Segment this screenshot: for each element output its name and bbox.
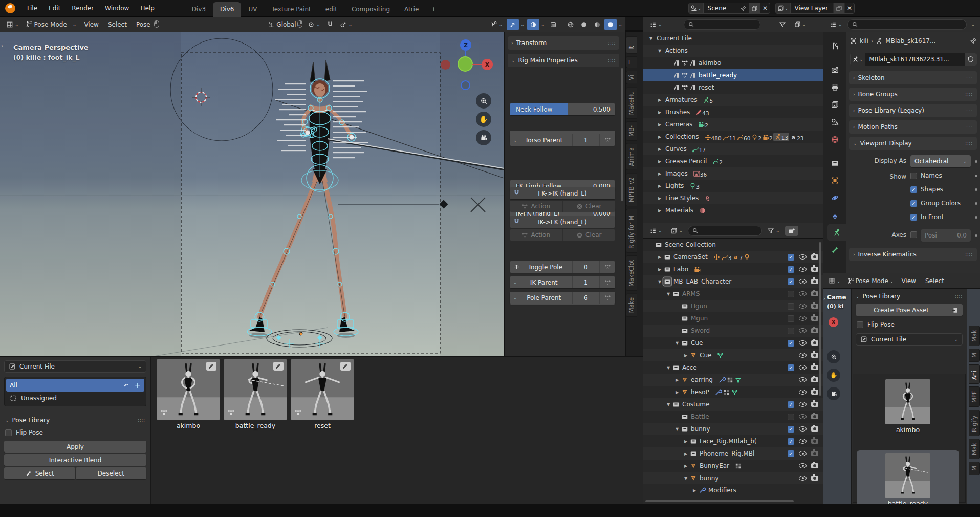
new-collection-button[interactable] — [785, 226, 798, 236]
pose-vp-camera-button[interactable] — [827, 387, 840, 400]
eye-icon[interactable] — [799, 476, 807, 481]
create-pose-asset-button[interactable]: Create Pose Asset — [856, 304, 947, 316]
dropdown-main[interactable]: Toggle Pole — [510, 261, 573, 273]
overlays-toggle[interactable] — [527, 19, 539, 30]
pose-flip-checkbox-row[interactable]: ✓Flip Pose — [852, 318, 967, 331]
disclosure-open-icon[interactable]: ▼ — [682, 476, 689, 481]
disclosure-closed-icon[interactable]: ▶ — [656, 98, 663, 102]
new-view-layer-button[interactable] — [833, 3, 844, 13]
workspace-tab-div6[interactable]: Div6 — [213, 2, 241, 17]
checkbox-unchecked[interactable]: ✓ — [788, 328, 794, 334]
sidebar-tab-mpfb-v2[interactable]: MPFB v2 — [626, 173, 637, 206]
disclosure-open-icon[interactable]: ▼ — [665, 365, 672, 370]
edit-pose-badge[interactable] — [273, 362, 284, 371]
pose-vp-region-arrow[interactable]: › — [823, 296, 825, 301]
pose-library-header[interactable]: ⌄Pose Library:::: — [852, 289, 967, 302]
outliner-row-curves[interactable]: ▶Curves17 — [643, 143, 823, 155]
region-toggle-arrow[interactable]: › — [1, 42, 3, 49]
sidebar-tab-rigify-for-m[interactable]: Rigify for M — [626, 209, 637, 253]
pin-icon[interactable] — [740, 5, 749, 12]
properties-tab-object-data[interactable] — [827, 224, 846, 241]
outliner-row-bunny[interactable]: ▼bunny — [643, 472, 823, 484]
interactive-blend-button[interactable]: Interactive Blend — [4, 454, 146, 466]
outliner-row-labo[interactable]: ▶Labo✓ — [643, 263, 823, 275]
asset-tile-battle_ready[interactable]: battle_ready — [224, 359, 287, 429]
outliner-scene-search[interactable] — [688, 226, 762, 236]
outliner-row-modifiers[interactable]: ▶Modifiers — [643, 484, 823, 497]
eye-icon[interactable] — [799, 291, 807, 296]
outliner-row-materials[interactable]: ▶Materials — [643, 204, 823, 217]
rig-dropdown-12[interactable]: ⌄Pole Parent6 — [510, 292, 615, 304]
camera-toggle-icon[interactable] — [811, 254, 818, 260]
outliner-row-grease-pencil[interactable]: ▶Grease Pencil2 — [643, 155, 823, 167]
rig-dropdown-11[interactable]: ⌄IK Parent1 — [510, 276, 615, 288]
dropdown-value[interactable]: 6 — [573, 292, 600, 304]
outliner-row-hesop[interactable]: ▶hesoP — [643, 386, 823, 398]
rig-dropdown-10[interactable]: Toggle Pole0 — [510, 261, 615, 273]
viewport-menu-view[interactable]: View — [79, 19, 103, 30]
gizmo-x-axis[interactable]: X — [482, 59, 493, 70]
camera-toggle-icon[interactable] — [811, 463, 818, 468]
shading-material-button[interactable] — [591, 19, 603, 30]
checkbox-checked[interactable]: ✓ — [788, 278, 794, 285]
edit-pose-badge[interactable] — [340, 362, 351, 371]
armature-data-name[interactable]: MBlab_sk1617836223.31... — [865, 56, 965, 63]
disclosure-closed-icon[interactable]: ▶ — [656, 110, 663, 115]
asset-source-dropdown[interactable]: Current File⌄ — [4, 360, 146, 373]
blender-logo-icon[interactable] — [5, 3, 15, 13]
eye-icon[interactable] — [799, 377, 807, 382]
properties-search[interactable] — [847, 19, 967, 30]
camera-toggle-icon[interactable] — [811, 304, 818, 309]
properties-pin-icon[interactable] — [970, 37, 977, 45]
show-checkbox-in-front[interactable]: ✓In Front — [910, 213, 944, 221]
transform-panel-header[interactable]: ›Transform:::: — [508, 36, 619, 50]
outliner-row-cameraset[interactable]: ▶CameraSet3a7✓ — [643, 251, 823, 263]
clear-button[interactable]: Clear — [563, 201, 616, 212]
camera-toggle-icon[interactable] — [811, 439, 818, 444]
disclosure-closed-icon[interactable]: ▶ — [682, 353, 689, 358]
animate-dot[interactable] — [975, 234, 977, 237]
snap-toggle[interactable] — [323, 19, 337, 30]
panel-header-viewport-display[interactable]: ⌄Viewport Display:::: — [849, 137, 977, 150]
viewport-menu-pose[interactable]: Pose — [132, 19, 155, 30]
outliner-row-bunny[interactable]: ▼bunny✓ — [643, 423, 823, 435]
outliner-row-collections[interactable]: ▶Collections48011602213a23 — [643, 131, 823, 143]
pose-vp-tab-ani-2[interactable]: Ani — [969, 364, 980, 384]
workspace-tab-div3[interactable]: Div3 — [185, 2, 213, 17]
add-workspace-button[interactable]: + — [426, 2, 441, 17]
pan-hand-button[interactable]: ✋ — [476, 112, 491, 127]
checkbox-unchecked[interactable]: ✓ — [788, 303, 794, 310]
outliner-hscrollbar[interactable] — [645, 500, 794, 502]
asset-pose-library-header[interactable]: ⌄Pose Library:::: — [4, 415, 146, 426]
properties-tab-output[interactable] — [823, 78, 846, 96]
rig-dropdown-2[interactable]: ⌄Torso Parent1 — [510, 134, 615, 146]
eye-icon[interactable] — [799, 279, 807, 284]
animate-dot[interactable] — [975, 175, 977, 177]
view-layer-icon[interactable]: ⌄ — [776, 3, 791, 13]
camera-toggle-icon[interactable] — [811, 451, 818, 456]
disclosure-open-icon[interactable]: ▼ — [656, 279, 663, 284]
camera-view-button[interactable] — [476, 130, 491, 145]
asset-flip-pose-row[interactable]: ✓Flip Pose — [4, 426, 146, 439]
new-scene-button[interactable] — [749, 3, 760, 13]
sidebar-tab-vi[interactable]: Vi — [626, 71, 637, 84]
show-checkbox-names[interactable]: ✓Names — [910, 172, 942, 179]
checkbox-checked[interactable]: ✓ — [788, 401, 794, 408]
unlink-scene-icon[interactable]: ✕ — [760, 3, 770, 13]
outliner-vscrollbar[interactable] — [819, 242, 821, 396]
outliner-scene-filter[interactable]: ⌄ — [764, 226, 783, 236]
gizmo-z-axis[interactable]: Z — [460, 39, 471, 51]
animate-dot[interactable] — [975, 188, 977, 191]
eye-icon[interactable] — [799, 267, 807, 272]
pose-vp-tab-m-6[interactable]: M — [969, 462, 980, 475]
camera-toggle-icon[interactable] — [811, 279, 818, 284]
outliner-row-cue[interactable]: ▶Cue — [643, 349, 823, 361]
eye-icon[interactable] — [799, 328, 807, 333]
disclosure-closed-icon[interactable]: ▶ — [656, 171, 663, 176]
menu-render[interactable]: Render — [66, 3, 99, 14]
armature-data-icon[interactable]: ⌄ — [851, 53, 865, 66]
apply-pose-button[interactable]: Apply — [4, 441, 146, 453]
eye-icon[interactable] — [799, 304, 807, 309]
action-button[interactable]: Action — [510, 229, 563, 241]
properties-tab-view-layer[interactable] — [823, 96, 846, 113]
